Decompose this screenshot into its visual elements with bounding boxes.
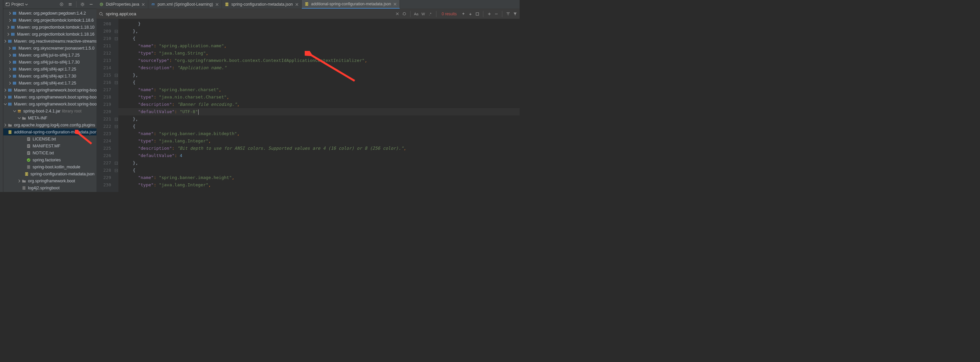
fold-handle[interactable]	[114, 79, 118, 86]
expand-arrow-icon[interactable]	[8, 81, 12, 85]
close-icon[interactable]	[295, 2, 299, 6]
code-line[interactable]: "type": "java.lang.Integer",	[118, 137, 520, 145]
close-icon[interactable]	[142, 2, 145, 6]
tree-item[interactable]: Maven: org.skyscreamer:jsonassert:1.5.0	[3, 45, 97, 51]
expand-arrow-icon[interactable]	[3, 123, 7, 127]
hide-icon[interactable]	[88, 1, 94, 8]
code-line[interactable]: }	[118, 20, 520, 28]
match-case-toggle[interactable]: Aa	[414, 11, 419, 16]
expand-arrow-icon[interactable]	[17, 116, 21, 120]
tree-item[interactable]: additional-spring-configuration-metadata…	[3, 128, 97, 136]
tree-item[interactable]: Maven: org.springframework.boot:spring-b…	[3, 86, 97, 94]
fold-handle[interactable]	[114, 35, 118, 42]
tree-item[interactable]: Maven: org.projectlombok:lombok:1.18.10	[3, 24, 97, 30]
select-all-icon[interactable]	[475, 11, 480, 16]
close-icon[interactable]	[215, 2, 219, 6]
expand-arrow-icon[interactable]	[8, 18, 12, 22]
tree-item[interactable]: Maven: org.slf4j:jul-to-slf4j:1.7.25	[3, 51, 97, 59]
code-line[interactable]: "description": "Banner file encoding.",	[118, 101, 520, 108]
clear-search-icon[interactable]	[395, 11, 400, 16]
remove-selection-icon[interactable]	[494, 11, 499, 16]
code-line[interactable]: "name": "spring.banner.image.height",	[118, 174, 520, 181]
code-line[interactable]: },	[118, 159, 520, 167]
tree-item[interactable]: Maven: org.springframework.boot:spring-b…	[3, 94, 97, 100]
tree-item[interactable]: Maven: org.reactivestreams:reactive-stre…	[3, 38, 97, 45]
code-line[interactable]: {	[118, 35, 520, 42]
fold-handle[interactable]	[114, 115, 118, 123]
filter-icon[interactable]	[512, 11, 518, 16]
code-line[interactable]: {	[118, 79, 520, 86]
tree-item[interactable]: spring-configuration-metadata.json	[3, 171, 97, 177]
tree-item[interactable]: Maven: org.slf4j:jul-to-slf4j:1.7.30	[3, 59, 97, 65]
editor-tab[interactable]: spring-configuration-metadata.json	[222, 0, 302, 9]
search-input[interactable]	[106, 11, 393, 16]
code-line[interactable]: "name": "spring.application.name",	[118, 42, 520, 49]
collapse-all-icon[interactable]	[67, 1, 73, 8]
expand-arrow-icon[interactable]	[3, 88, 7, 92]
code-line[interactable]: "description": "Bit depth to use for ANS…	[118, 145, 520, 152]
expand-arrow-icon[interactable]	[17, 179, 21, 183]
code-line[interactable]: "defaultValue": "UTF-8"	[118, 108, 520, 115]
expand-arrow-icon[interactable]	[3, 39, 7, 43]
tree-item[interactable]: Maven: org.projectlombok:lombok:1.18.6	[3, 17, 97, 24]
code-line[interactable]: {	[118, 167, 520, 174]
fold-handle[interactable]	[114, 123, 118, 130]
code-line[interactable]: },	[118, 28, 520, 35]
code-line[interactable]: "name": "spring.banner.charset",	[118, 86, 520, 94]
tree-item[interactable]: org.apache.logging.log4j.core.config.plu…	[3, 121, 97, 128]
expand-arrow-icon[interactable]	[8, 60, 12, 64]
expand-arrow-icon[interactable]	[3, 95, 7, 99]
add-selection-icon[interactable]	[487, 11, 492, 16]
expand-arrow-icon[interactable]	[8, 46, 12, 50]
tree-item[interactable]: spring-boot-2.4.1.jarlibrary root	[3, 107, 97, 115]
code-editor[interactable]: 2082092102112122132142152162172182192202…	[97, 19, 520, 192]
tree-item[interactable]: MANIFEST.MF	[3, 142, 97, 149]
expand-arrow-icon[interactable]	[3, 102, 7, 106]
fold-handle[interactable]	[114, 28, 118, 35]
expand-arrow-icon[interactable]	[8, 74, 12, 78]
code-line[interactable]: "type": "java.nio.charset.Charset",	[118, 94, 520, 101]
fold-handle[interactable]	[114, 159, 118, 167]
tree-item[interactable]: Maven: org.slf4j:slf4j-api:1.7.30	[3, 73, 97, 80]
locate-file-icon[interactable]	[58, 1, 65, 8]
expand-arrow-icon[interactable]	[8, 53, 12, 57]
tree-item[interactable]: Maven: org.projectlombok:lombok:1.18.16	[3, 30, 97, 38]
search-history-icon[interactable]	[402, 11, 407, 16]
tree-item[interactable]: Maven: org.slf4j:slf4j-ext:1.7.25	[3, 80, 97, 86]
code-line[interactable]: "type": "java.lang.String",	[118, 49, 520, 57]
code-line[interactable]: },	[118, 72, 520, 79]
code-line[interactable]: "type": "java.lang.Integer",	[118, 181, 520, 189]
code-line[interactable]: },	[118, 115, 520, 123]
tree-item[interactable]: log4j2.springboot	[3, 184, 97, 191]
next-match-icon[interactable]	[468, 11, 473, 16]
gear-icon[interactable]	[79, 1, 86, 8]
code-line[interactable]: "sourceType": "org.springframework.boot.…	[118, 57, 520, 64]
code-line[interactable]: "name": "spring.banner.image.bitdepth",	[118, 130, 520, 137]
sidebar-title[interactable]: Project	[5, 2, 28, 6]
prev-match-icon[interactable]	[461, 11, 466, 16]
expand-arrow-icon[interactable]	[8, 11, 12, 15]
editor-tab[interactable]: additional-spring-configuration-metadata…	[302, 0, 400, 9]
tool-window-rail[interactable]	[0, 0, 3, 192]
project-tree[interactable]: Maven: org.pegdown:pegdown:1.4.2Maven: o…	[3, 9, 97, 192]
code-line[interactable]: "defaultValue": 4	[118, 152, 520, 159]
close-icon[interactable]	[393, 2, 397, 6]
expand-arrow-icon[interactable]	[13, 109, 17, 113]
tree-item[interactable]: LICENSE.txt	[3, 136, 97, 142]
expand-arrow-icon[interactable]	[6, 32, 10, 36]
tree-item[interactable]: META-INF	[3, 115, 97, 121]
editor-tab[interactable]: CDidiProperties.java	[97, 0, 148, 9]
regex-toggle[interactable]: .*	[428, 11, 433, 16]
fold-handle[interactable]	[114, 167, 118, 174]
expand-arrow-icon[interactable]	[6, 25, 10, 29]
code-line[interactable]: {	[118, 123, 520, 130]
fold-gutter[interactable]	[114, 19, 118, 192]
tree-item[interactable]: spring-boot.kotlin_module	[3, 163, 97, 171]
tree-item[interactable]: NOTICE.txt	[3, 149, 97, 156]
tree-item[interactable]: org.springframework.boot	[3, 177, 97, 184]
editor-tab[interactable]: mpom.xml (SpringBoot-Learning)	[148, 0, 222, 9]
tree-item[interactable]: Maven: org.pegdown:pegdown:1.4.2	[3, 10, 97, 17]
filter-lines-icon[interactable]	[506, 11, 511, 16]
code-content[interactable]: } }, { "name": "spring.application.name"…	[118, 19, 520, 192]
expand-arrow-icon[interactable]	[8, 67, 12, 71]
